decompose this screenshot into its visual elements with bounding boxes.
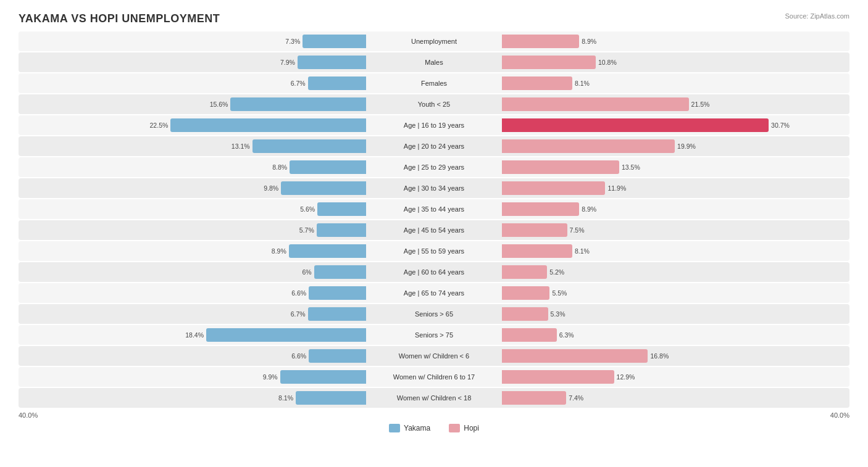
- table-row: 9.9%Women w/ Children 6 to 1712.9%: [19, 367, 849, 387]
- table-row: 18.4%Seniors > 756.3%: [19, 325, 849, 345]
- row-label: Age | 20 to 24 years: [366, 143, 502, 150]
- bar-yakama: [290, 160, 366, 174]
- left-section: 6.6%: [19, 346, 366, 366]
- hopi-value: 21.5%: [691, 101, 710, 108]
- left-section: 9.9%: [19, 367, 366, 387]
- bar-yakama: [298, 56, 366, 69]
- x-axis-labels: 40.0% 40.0%: [19, 411, 849, 419]
- bar-yakama: [170, 118, 366, 132]
- right-section: 13.5%: [502, 157, 849, 177]
- row-label: Women w/ Children < 18: [366, 394, 502, 402]
- table-row: 6.7%Females8.1%: [19, 73, 849, 93]
- hopi-value: 5.2%: [549, 268, 564, 276]
- left-section: 6.7%: [19, 73, 366, 93]
- table-row: 6.6%Women w/ Children < 616.8%: [19, 346, 849, 366]
- left-section: 6.7%: [19, 304, 366, 324]
- row-label: Women w/ Children 6 to 17: [366, 373, 502, 381]
- table-row: 7.3%Unemployment8.9%: [19, 31, 849, 51]
- right-section: 10.8%: [502, 52, 849, 72]
- row-label: Age | 30 to 34 years: [366, 184, 502, 192]
- table-row: 15.6%Youth < 2521.5%: [19, 94, 849, 114]
- bar-yakama: [317, 223, 366, 237]
- table-row: 7.9%Males10.8%: [19, 52, 849, 72]
- right-section: 30.7%: [502, 115, 849, 135]
- right-section: 11.9%: [502, 178, 849, 198]
- right-section: 8.9%: [502, 199, 849, 219]
- bar-yakama: [280, 370, 366, 384]
- right-section: 5.3%: [502, 304, 849, 324]
- bar-hopi: [502, 181, 605, 195]
- bar-yakama: [296, 391, 366, 405]
- chart-container: YAKAMA VS HOPI UNEMPLOYMENT Source: ZipA…: [0, 0, 868, 467]
- row-label: Age | 55 to 59 years: [366, 247, 502, 255]
- bar-hopi: [502, 118, 769, 132]
- right-section: 8.1%: [502, 241, 849, 261]
- right-section: 5.5%: [502, 283, 849, 303]
- right-section: 21.5%: [502, 94, 849, 114]
- yakama-value: 8.8%: [269, 163, 287, 171]
- left-section: 8.1%: [19, 388, 366, 408]
- table-row: 6.6%Age | 65 to 74 years5.5%: [19, 283, 849, 303]
- right-section: 6.3%: [502, 325, 849, 345]
- chart-title: YAKAMA VS HOPI UNEMPLOYMENT: [19, 12, 849, 25]
- legend-item-yakama: Yakama: [389, 424, 430, 432]
- row-label: Females: [366, 80, 502, 87]
- left-section: 6.6%: [19, 283, 366, 303]
- hopi-value: 12.9%: [617, 373, 635, 381]
- table-row: 8.1%Women w/ Children < 187.4%: [19, 388, 849, 408]
- bar-yakama: [309, 349, 366, 363]
- bar-hopi: [502, 223, 567, 237]
- hopi-value: 8.1%: [575, 247, 590, 255]
- row-label: Seniors > 65: [366, 310, 502, 318]
- right-section: 5.2%: [502, 262, 849, 282]
- left-section: 18.4%: [19, 325, 366, 345]
- legend-box-hopi: [449, 424, 460, 432]
- bar-hopi: [502, 202, 579, 216]
- hopi-value: 7.4%: [569, 394, 583, 402]
- row-label: Age | 60 to 64 years: [366, 268, 502, 276]
- left-section: 6%: [19, 262, 366, 282]
- hopi-value: 11.9%: [607, 184, 626, 192]
- left-section: 7.3%: [19, 31, 366, 51]
- bar-hopi: [502, 265, 547, 279]
- table-row: 6.7%Seniors > 655.3%: [19, 304, 849, 324]
- right-section: 12.9%: [502, 367, 849, 387]
- yakama-value: 6%: [293, 268, 312, 276]
- row-label: Youth < 25: [366, 101, 502, 108]
- left-section: 7.9%: [19, 52, 366, 72]
- yakama-value: 5.7%: [296, 226, 314, 234]
- yakama-value: 7.3%: [282, 38, 300, 45]
- yakama-value: 7.9%: [277, 59, 295, 66]
- table-row: 5.7%Age | 45 to 54 years7.5%: [19, 220, 849, 240]
- bars-area: 7.3%Unemployment8.9%7.9%Males10.8%6.7%Fe…: [19, 31, 849, 408]
- right-section: 7.4%: [502, 388, 849, 408]
- left-section: 8.9%: [19, 241, 366, 261]
- row-label: Age | 25 to 29 years: [366, 163, 502, 171]
- row-label: Seniors > 75: [366, 331, 502, 339]
- left-section: 13.1%: [19, 136, 366, 156]
- hopi-value: 13.5%: [622, 163, 640, 171]
- right-section: 16.8%: [502, 346, 849, 366]
- row-label: Males: [366, 59, 502, 66]
- hopi-value: 10.8%: [598, 59, 617, 66]
- bar-yakama: [308, 307, 366, 321]
- row-label: Age | 35 to 44 years: [366, 205, 502, 213]
- yakama-value: 6.6%: [288, 289, 306, 297]
- yakama-value: 9.9%: [259, 373, 278, 381]
- yakama-value: 22.5%: [149, 122, 168, 129]
- table-row: 5.6%Age | 35 to 44 years8.9%: [19, 199, 849, 219]
- bar-hopi: [502, 391, 566, 405]
- hopi-value: 5.5%: [552, 289, 567, 297]
- bar-yakama: [308, 76, 366, 90]
- yakama-value: 18.4%: [185, 331, 204, 339]
- table-row: 6%Age | 60 to 64 years5.2%: [19, 262, 849, 282]
- bar-hopi: [502, 244, 572, 258]
- x-axis-right: 40.0%: [830, 411, 849, 419]
- hopi-value: 8.9%: [582, 38, 596, 45]
- right-section: 7.5%: [502, 220, 849, 240]
- bar-yakama: [303, 35, 366, 48]
- row-label: Age | 65 to 74 years: [366, 289, 502, 297]
- legend-label-yakama: Yakama: [404, 424, 430, 432]
- x-axis-left: 40.0%: [19, 411, 38, 419]
- left-section: 9.8%: [19, 178, 366, 198]
